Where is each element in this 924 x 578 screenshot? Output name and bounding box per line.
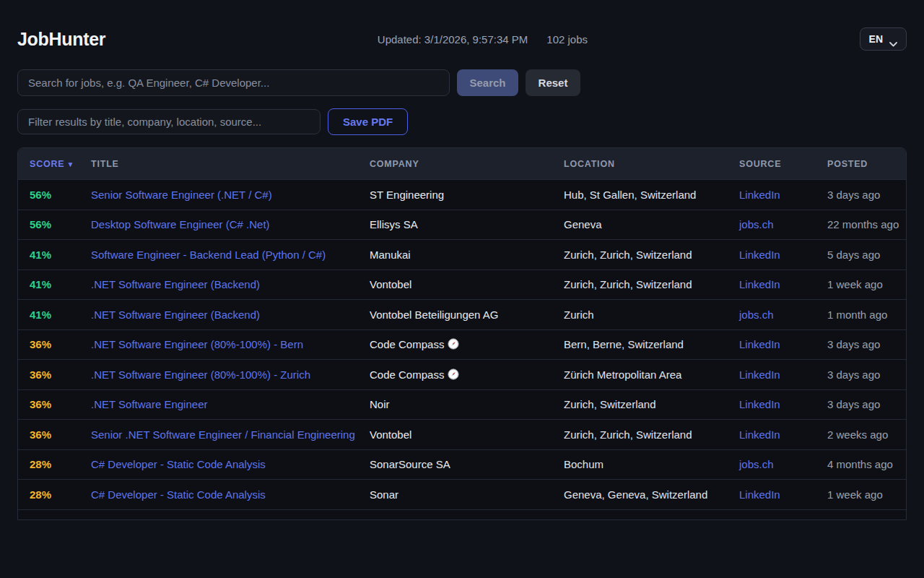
score-cell: 41% <box>18 309 79 321</box>
company-cell: Luxoft Switzerland <box>358 518 552 520</box>
language-select[interactable]: EN <box>860 27 907 51</box>
job-title-link[interactable]: C# Developer - Static Code Analysis <box>91 458 266 470</box>
table-row: 41% .NET Software Engineer (Backend) Von… <box>18 269 906 300</box>
job-title-link[interactable]: .NET Software Engineer (80%-100%) - Bern <box>91 338 303 350</box>
title-cell: .NET Software Engineer <box>79 398 358 410</box>
source-cell: LinkedIn <box>728 428 816 441</box>
language-select-value: EN <box>869 33 883 45</box>
source-link[interactable]: LinkedIn <box>739 249 780 261</box>
company-cell: Vontobel Beteiligungen AG <box>358 309 552 321</box>
table-header-row: SCORE▼ TITLE COMPANY LOCATION SOURCE POS… <box>18 148 906 179</box>
save-pdf-button[interactable]: Save PDF <box>328 108 408 135</box>
source-cell: jobs.ch <box>728 309 816 321</box>
location-cell: Zurich, Zurich, Switzerland <box>552 518 728 520</box>
job-title-link[interactable]: Senior .NET Software Engineer / Financia… <box>91 428 355 441</box>
source-cell: LinkedIn <box>728 338 816 350</box>
company-cell: Vontobel <box>358 278 552 290</box>
table-row: 28% C# Developer - Static Code Analysis … <box>18 479 906 509</box>
app-title: JobHunter <box>17 29 105 50</box>
location-cell: Zurich, Zurich, Switzerland <box>552 249 728 261</box>
column-header-posted[interactable]: POSTED <box>816 159 906 169</box>
source-link[interactable]: jobs.ch <box>739 309 774 321</box>
company-cell: Ellisys SA <box>358 218 552 230</box>
table-row: 36% Senior .NET Software Engineer / Fina… <box>18 419 906 449</box>
job-title-link[interactable]: Desktop Software Engineer (C# .Net) <box>91 218 270 230</box>
company-cell: Manukai <box>358 249 552 261</box>
title-cell: Senior .NET Software Engineer / Financia… <box>79 428 358 441</box>
job-title-link[interactable]: .NET Software Engineer (Backend) <box>91 309 260 321</box>
filter-input[interactable] <box>17 109 321 134</box>
compass-emoji-icon <box>448 368 459 380</box>
posted-cell: 2 weeks ago <box>816 428 906 441</box>
job-title-link[interactable]: Senior Software Engineer (.NET / C#) <box>91 189 272 201</box>
score-cell: 28% <box>18 458 79 470</box>
title-cell: Desktop Software Engineer (C# .Net) <box>79 218 358 230</box>
score-cell: 36% <box>18 428 79 441</box>
posted-cell: 5 days ago <box>816 249 906 261</box>
title-cell: .NET Software Engineer (Backend) <box>79 278 358 290</box>
table-row: 36% .NET Software Engineer (80%-100%) - … <box>18 329 906 360</box>
company-cell: Sonar <box>358 488 552 501</box>
location-cell: Bochum <box>552 458 728 470</box>
column-header-company[interactable]: COMPANY <box>358 159 552 169</box>
column-header-title[interactable]: TITLE <box>79 159 358 169</box>
location-cell: Bern, Berne, Switzerland <box>552 338 728 350</box>
source-cell: jobs.ch <box>728 458 816 470</box>
search-button[interactable]: Search <box>457 69 518 96</box>
updated-timestamp: Updated: 3/1/2026, 9:57:34 PM <box>378 33 528 46</box>
table-row: 41% .NET Software Engineer (Backend) Von… <box>18 299 906 329</box>
job-title-link[interactable]: .NET Software Engineer <box>91 398 207 410</box>
table-body: 56% Senior Software Engineer (.NET / C#)… <box>18 179 906 520</box>
column-header-location[interactable]: LOCATION <box>552 159 728 169</box>
score-cell: 56% <box>18 189 79 201</box>
search-input[interactable] <box>17 69 450 96</box>
source-cell: LinkedIn <box>728 368 816 381</box>
company-cell: SonarSource SA <box>358 458 552 470</box>
page: JobHunter Updated: 3/1/2026, 9:57:34 PM … <box>0 0 924 520</box>
source-cell: LinkedIn <box>728 488 816 501</box>
posted-cell: 22 months ago <box>816 218 906 230</box>
table-row: 28% C# Developer - Static Code Analysis … <box>18 449 906 480</box>
location-cell: Geneva, Geneva, Switzerland <box>552 488 728 501</box>
source-cell: LinkedIn <box>728 249 816 261</box>
job-title-link[interactable]: .NET Software Engineer (80%-100%) - Zuri… <box>91 368 310 381</box>
source-cell: jobs.ch <box>728 218 816 230</box>
column-header-score[interactable]: SCORE▼ <box>18 159 79 169</box>
score-cell: 36% <box>18 338 79 350</box>
job-title-link[interactable]: Senior C# .NET Developer <box>91 518 219 520</box>
source-link[interactable]: jobs.ch <box>739 458 774 470</box>
company-cell: Vontobel <box>358 428 552 441</box>
source-link[interactable]: LinkedIn <box>739 518 780 520</box>
source-link[interactable]: LinkedIn <box>739 428 780 441</box>
job-title-link[interactable]: Software Engineer - Backend Lead (Python… <box>91 249 326 261</box>
source-link[interactable]: LinkedIn <box>739 368 780 381</box>
source-link[interactable]: jobs.ch <box>739 218 774 230</box>
posted-cell: 3 days ago <box>816 368 906 381</box>
posted-cell: 1 month ago <box>816 309 906 321</box>
table-row: 56% Senior Software Engineer (.NET / C#)… <box>18 179 906 210</box>
source-link[interactable]: LinkedIn <box>739 189 780 201</box>
reset-button[interactable]: Reset <box>526 69 580 96</box>
title-cell: .NET Software Engineer (Backend) <box>79 309 358 321</box>
posted-cell: 1 week ago <box>816 488 906 501</box>
location-cell: Zurich <box>552 309 728 321</box>
title-cell: Software Engineer - Backend Lead (Python… <box>79 249 358 261</box>
score-cell: 28% <box>18 518 79 520</box>
posted-cell: 3 days ago <box>816 518 906 520</box>
source-link[interactable]: LinkedIn <box>739 398 780 410</box>
table-row: 41% Software Engineer - Backend Lead (Py… <box>18 239 906 269</box>
source-cell: LinkedIn <box>728 278 816 290</box>
topbar: JobHunter Updated: 3/1/2026, 9:57:34 PM … <box>17 0 907 51</box>
source-link[interactable]: LinkedIn <box>739 278 780 290</box>
location-cell: Hub, St Gallen, Switzerland <box>552 189 728 201</box>
title-cell: Senior C# .NET Developer <box>79 518 358 520</box>
job-title-link[interactable]: C# Developer - Static Code Analysis <box>91 488 266 501</box>
column-header-source[interactable]: SOURCE <box>728 159 816 169</box>
source-link[interactable]: LinkedIn <box>739 488 780 501</box>
company-cell: Code Compass <box>358 368 552 381</box>
source-link[interactable]: LinkedIn <box>739 338 780 350</box>
job-title-link[interactable]: .NET Software Engineer (Backend) <box>91 278 260 290</box>
table-row: 36% .NET Software Engineer Noir Zurich, … <box>18 389 906 420</box>
compass-emoji-icon <box>448 338 459 350</box>
source-cell: LinkedIn <box>728 398 816 410</box>
